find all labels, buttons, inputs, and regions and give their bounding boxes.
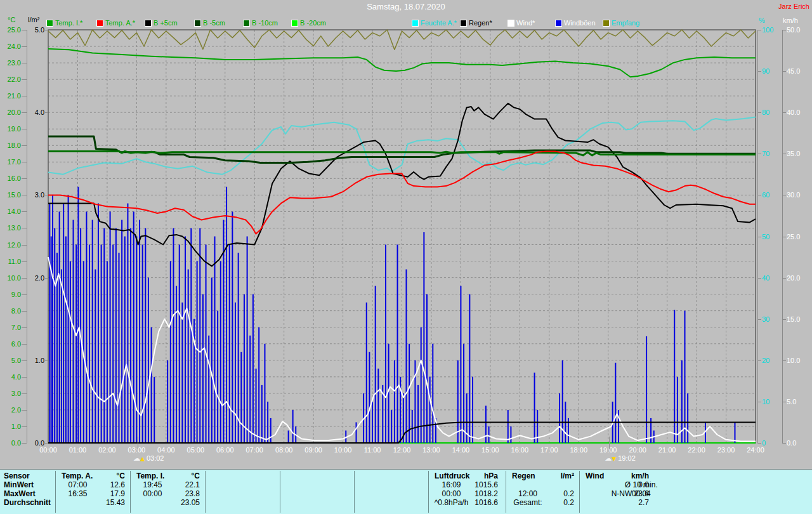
- tick-label-kmh: 15.0: [787, 315, 800, 323]
- tick-mark: [22, 79, 27, 80]
- x-axis-label: 02:00: [93, 446, 122, 454]
- x-axis-label: 14:00: [446, 446, 475, 454]
- tick-mark: [782, 443, 786, 444]
- tick-label-rain: 4.0: [6, 109, 44, 116]
- cloud-icon: ☁: [133, 454, 140, 463]
- tick-mark: [22, 393, 27, 394]
- tick-label-temp: 24.0: [0, 43, 21, 50]
- tick-label-pct: 50: [762, 233, 769, 241]
- x-axis-label: 05:00: [181, 446, 210, 454]
- tick-mark: [45, 195, 48, 195]
- tick-label-temp: 23.0: [0, 59, 21, 67]
- table-cell: N-NW 23.6: [579, 490, 649, 498]
- tick-mark: [45, 360, 48, 361]
- tick-label-temp: 12.0: [0, 241, 21, 249]
- tick-mark: [22, 228, 27, 228]
- table-cell: 1016.6: [428, 499, 498, 507]
- tick-label-rain: 1.0: [6, 357, 44, 364]
- x-axis-label: 07:00: [240, 446, 269, 454]
- tick-label-kmh: 35.0: [787, 150, 800, 157]
- tick-label-kmh: 25.0: [787, 233, 800, 241]
- tick-mark: [22, 245, 27, 246]
- tick-mark: [45, 278, 48, 279]
- tick-mark: [22, 178, 27, 179]
- table-cell: 0.2: [506, 490, 574, 498]
- tick-label-kmh: 40.0: [787, 109, 800, 116]
- tick-label-temp: 7.0: [0, 324, 21, 331]
- tick-label-pct: 20: [762, 357, 769, 364]
- table-cell: 0.0: [579, 481, 649, 489]
- tick-mark: [22, 311, 27, 312]
- tick-label-temp: 18.0: [0, 142, 21, 149]
- tick-label-pct: 60: [762, 191, 769, 199]
- table-cell: 12.6: [55, 481, 125, 489]
- tick-label-temp: 16.0: [0, 175, 21, 182]
- tick-label-kmh: 30.0: [787, 191, 800, 199]
- x-axis-label: 03:00: [122, 446, 151, 454]
- tick-label-temp: 17.0: [0, 158, 21, 166]
- tick-mark: [45, 112, 48, 113]
- sunset-marker: ☁▼ 19:02: [605, 454, 636, 463]
- tick-label-kmh: 50.0: [787, 26, 800, 34]
- tick-mark: [22, 46, 27, 47]
- tick-mark: [22, 327, 27, 328]
- tick-mark: [22, 410, 27, 411]
- tick-label-temp: 8.0: [0, 307, 21, 315]
- tick-mark: [22, 261, 27, 262]
- x-axis-label: 20:00: [623, 446, 652, 454]
- axis-line: [27, 30, 27, 443]
- weather-app-window: Samstag, 18.07.2020 Jarz Erich °C l/m² %…: [0, 0, 812, 514]
- axis-line: [782, 30, 783, 443]
- table-cell: 0.2: [506, 499, 574, 507]
- tick-label-temp: 22.0: [0, 76, 21, 83]
- sunrise-time: 03:02: [147, 454, 164, 462]
- table-cell: °C: [55, 472, 125, 480]
- x-axis-label: 01:00: [63, 446, 92, 454]
- table-cell: 17.9: [55, 490, 125, 498]
- table-cell: 23.8: [130, 490, 200, 498]
- sunrise-arrow-icon: ▲: [140, 456, 145, 462]
- sunrise-marker: ☁▲ 03:02: [133, 454, 164, 463]
- tick-label-temp: 6.0: [0, 340, 21, 348]
- tick-mark: [757, 443, 761, 444]
- table-separator: [354, 471, 355, 513]
- tick-label-pct: 30: [762, 315, 769, 323]
- table-separator: [205, 471, 206, 513]
- tick-label-kmh: 20.0: [787, 274, 800, 282]
- tick-mark: [22, 377, 27, 378]
- table-cell: km/h: [579, 472, 649, 480]
- table-cell: hPa: [428, 472, 498, 480]
- table-separator: [280, 471, 280, 513]
- table-cell: °C: [130, 472, 200, 480]
- tick-mark: [22, 162, 27, 162]
- x-axis-label: 04:00: [152, 446, 181, 454]
- tick-mark: [22, 145, 27, 146]
- tick-mark: [45, 443, 48, 444]
- tick-mark: [22, 211, 27, 212]
- x-axis-label: 11:00: [358, 446, 387, 454]
- tick-mark: [22, 426, 27, 427]
- sunset-arrow-icon: ▼: [612, 456, 616, 462]
- tick-label-temp: 21.0: [0, 92, 21, 100]
- x-axis-label: 21:00: [653, 446, 682, 454]
- table-cell: 1018.2: [428, 490, 498, 498]
- tick-mark: [22, 63, 27, 63]
- x-axis-label: 19:00: [594, 446, 623, 454]
- tick-mark: [22, 344, 27, 345]
- sunset-marker-line: [609, 437, 610, 449]
- tick-label-kmh: 0.0: [787, 439, 796, 447]
- x-axis-label: 09:00: [299, 446, 328, 454]
- tick-mark: [22, 294, 27, 295]
- tick-label-temp: 9.0: [0, 291, 21, 298]
- x-axis-label: 17:00: [535, 446, 564, 454]
- tick-label-kmh: 5.0: [787, 398, 796, 405]
- tick-label-kmh: 10.0: [787, 357, 800, 364]
- tick-mark: [45, 30, 48, 30]
- axis-line: [757, 30, 758, 443]
- x-axis-label: 15:00: [476, 446, 505, 454]
- tick-label-temp: 19.0: [0, 125, 21, 133]
- tick-label-kmh: 45.0: [787, 67, 800, 75]
- statistics-table: SensorMinWertMaxWertDurchschnittTemp. A.…: [0, 469, 812, 514]
- table-cell: 15.43: [55, 499, 125, 507]
- tick-label-pct: 70: [762, 150, 769, 157]
